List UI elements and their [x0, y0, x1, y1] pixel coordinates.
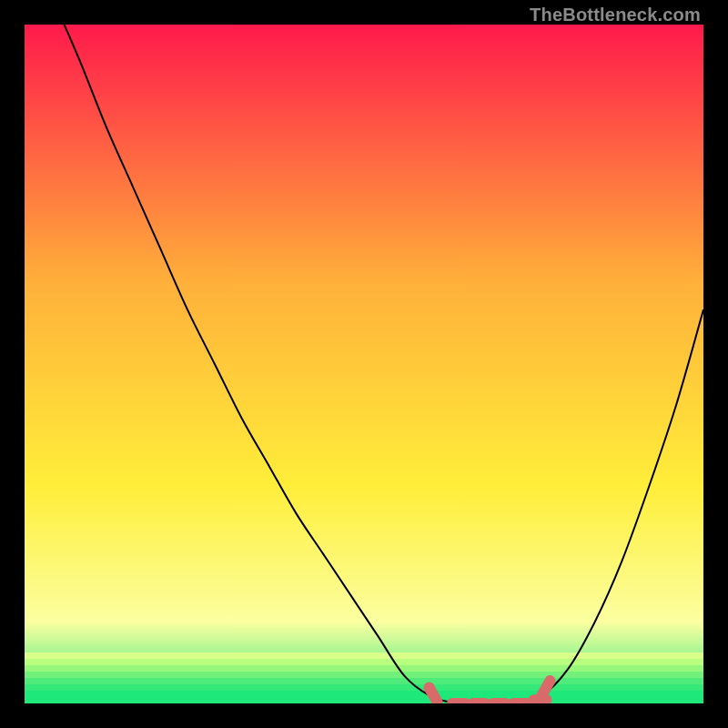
bottleneck-curve — [25, 25, 703, 703]
curve-layer — [25, 25, 703, 703]
svg-line-8 — [430, 688, 438, 703]
chart-frame: TheBottleneck.com — [0, 0, 728, 728]
watermark-text: TheBottleneck.com — [530, 5, 701, 25]
plot-area — [25, 25, 703, 703]
svg-line-14 — [541, 681, 550, 695]
optimal-markers — [430, 681, 551, 703]
